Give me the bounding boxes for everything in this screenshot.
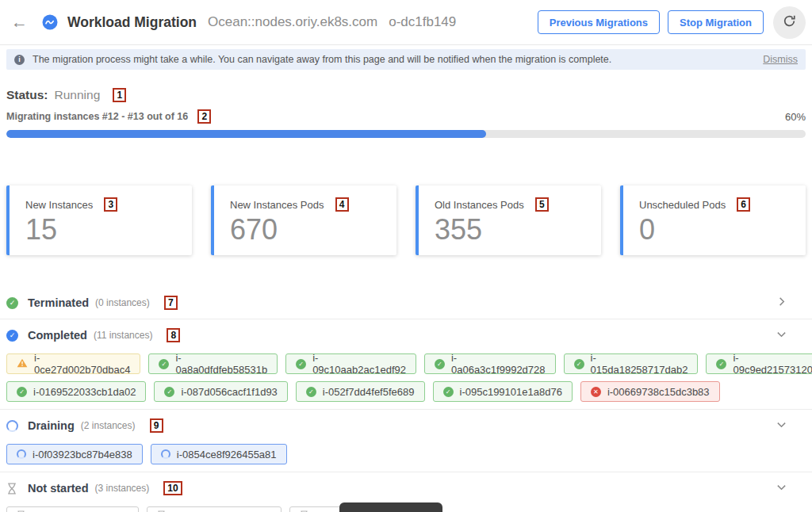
status-label: Status: xyxy=(6,88,48,102)
check-circle-icon: ✓ xyxy=(17,387,27,397)
instance-id: i-015da18258717dab2 xyxy=(591,352,688,376)
section-not-started[interactable]: Not started (3 instances) 10 xyxy=(0,472,812,504)
annotation-7: 7 xyxy=(164,296,178,310)
section-count: (2 instances) xyxy=(81,420,136,431)
instance-chip: ✓ i-0a06a3c1f9992d728 xyxy=(424,353,556,374)
section-draining[interactable]: Draining (2 instances) 9 xyxy=(0,410,812,441)
instance-chip: ✓ i-0169522033cb1da02 xyxy=(6,381,146,402)
card-value: 15 xyxy=(25,214,192,246)
card-old-instances-pods: Old Instances Pods5 355 xyxy=(416,185,601,255)
section-count: (11 instances) xyxy=(94,330,152,341)
section-title: Terminated xyxy=(28,296,89,309)
instance-id: i-095c199101e1a8d76 xyxy=(460,386,562,398)
draining-chips: i-0f03923bc87b4e838 i-0854ce8f926455a81 xyxy=(6,444,806,464)
section-terminated[interactable]: ✓ Terminated (0 instances) 7 xyxy=(0,287,812,319)
info-icon: i xyxy=(14,55,25,65)
refresh-button[interactable] xyxy=(773,6,806,39)
completed-chips-row-2: ✓ i-0169522033cb1da02 ✓ i-087d056cacf1f1… xyxy=(6,381,806,402)
check-circle-icon: ✓ xyxy=(435,359,445,369)
instance-chip: i-0b8976d4faa86c4cb xyxy=(147,506,282,512)
card-new-instances-pods: New Instances Pods4 670 xyxy=(211,185,396,255)
card-label: Old Instances Pods xyxy=(435,199,524,211)
progress-text: Migrating instances #12 - #13 out of 16 xyxy=(6,111,188,122)
check-circle-icon: ✓ xyxy=(716,359,726,369)
section-title: Completed xyxy=(28,329,87,342)
chevron-down-icon[interactable] xyxy=(776,328,787,342)
section-count: (0 instances) xyxy=(95,297,150,308)
section-count: (3 instances) xyxy=(95,483,150,494)
card-value: 355 xyxy=(435,214,601,246)
card-label: New Instances xyxy=(25,199,93,211)
refresh-icon xyxy=(783,14,796,30)
status-row: Status: Running 1 xyxy=(6,88,806,102)
info-banner: i The migration process might take a whi… xyxy=(6,49,806,70)
instance-chip: ✓ i-0a8a0dfdfeb58531b xyxy=(148,353,278,374)
section-completed[interactable]: ✓ Completed (11 instances) 8 xyxy=(0,319,812,351)
instance-chip: i-0ce27d002b70dbac4 xyxy=(6,353,140,374)
card-label: New Instances Pods xyxy=(230,199,324,211)
instance-chip: i-0f03923bc87b4e838 xyxy=(6,444,143,464)
summary-cards: New Instances3 15 New Instances Pods4 67… xyxy=(6,185,806,255)
instance-chip: ✓ i-095c199101e1a8d76 xyxy=(433,381,573,402)
annotation-8: 8 xyxy=(167,328,180,342)
cluster-name: Ocean::nodes.oriy.ek8s.com xyxy=(208,14,377,30)
instance-id: i-0ce27d002b70dbac4 xyxy=(34,352,130,376)
annotation-4: 4 xyxy=(335,197,349,212)
progress-percent: 60% xyxy=(785,111,806,123)
instance-chip: ✓ i-052f7dd4fef5fe689 xyxy=(296,381,425,402)
check-circle-icon: ✓ xyxy=(6,330,18,342)
page-title: Workload Migration xyxy=(67,14,197,31)
annotation-5: 5 xyxy=(535,197,549,212)
instance-id: i-09c10aab2ac1edf92 xyxy=(312,352,406,376)
instance-id: i-00669738c15dc3b83 xyxy=(607,386,710,398)
error-circle-icon: ✕ xyxy=(591,387,601,397)
back-arrow-icon[interactable]: ← xyxy=(11,13,28,32)
bottom-overlay xyxy=(339,502,442,512)
completed-chips-row-1: i-0ce27d002b70dbac4 ✓ i-0a8a0dfdfeb58531… xyxy=(6,353,806,374)
instance-id: i-09c9ed21573120476 xyxy=(733,352,812,376)
card-value: 670 xyxy=(230,214,396,246)
instance-chip: ✕ i-00669738c15dc3b83 xyxy=(580,381,720,402)
ocean-logo-icon xyxy=(42,14,58,30)
spinner-icon xyxy=(6,420,18,432)
check-circle-icon: ✓ xyxy=(574,359,584,369)
annotation-2: 2 xyxy=(197,109,211,124)
chevron-down-icon[interactable] xyxy=(776,481,787,495)
annotation-3: 3 xyxy=(104,197,117,212)
instance-id: i-087d056cacf1f1d93 xyxy=(181,386,277,398)
annotation-9: 9 xyxy=(150,418,163,433)
dismiss-link[interactable]: Dismiss xyxy=(763,54,798,65)
instance-chip: ✓ i-09c10aab2ac1edf92 xyxy=(285,353,416,374)
instance-chip: i-0afb5fa62bb5a690c xyxy=(6,506,139,512)
check-circle-icon: ✓ xyxy=(296,359,306,369)
instance-id: i-0f03923bc87b4e838 xyxy=(33,449,132,460)
card-value: 0 xyxy=(639,214,806,246)
progress-fill xyxy=(6,130,486,138)
check-circle-icon: ✓ xyxy=(6,297,18,309)
hourglass-icon xyxy=(6,483,18,495)
instance-chip: ✓ i-087d056cacf1f1d93 xyxy=(154,381,287,402)
migration-id: o-dc1fb149 xyxy=(389,14,456,30)
annotation-6: 6 xyxy=(737,197,750,212)
chevron-down-icon[interactable] xyxy=(776,418,787,433)
warning-triangle-icon xyxy=(17,358,28,370)
card-new-instances: New Instances3 15 xyxy=(6,185,192,255)
check-circle-icon: ✓ xyxy=(164,387,174,397)
stop-migration-button[interactable]: Stop Migration xyxy=(668,10,764,34)
status-value: Running xyxy=(55,88,101,102)
check-circle-icon: ✓ xyxy=(443,387,454,397)
annotation-10: 10 xyxy=(163,481,182,495)
instance-chip: ✓ i-09c9ed21573120476 xyxy=(706,353,812,374)
instance-chip: i-0854ce8f926455a81 xyxy=(151,444,287,464)
instance-id: i-052f7dd4fef5fe689 xyxy=(323,386,415,398)
section-title: Draining xyxy=(28,419,75,432)
check-circle-icon: ✓ xyxy=(306,387,316,397)
instance-id: i-0a06a3c1f9992d728 xyxy=(451,352,546,376)
spinner-icon xyxy=(17,449,26,459)
instance-id: i-0a8a0dfdfeb58531b xyxy=(175,352,267,376)
banner-message: The migration process might take a while… xyxy=(33,54,611,65)
page-header: ← Workload Migration Ocean::nodes.oriy.e… xyxy=(0,0,812,45)
progress-bar xyxy=(6,130,806,138)
chevron-right-icon[interactable] xyxy=(776,296,787,310)
previous-migrations-button[interactable]: Previous Migrations xyxy=(538,10,660,34)
